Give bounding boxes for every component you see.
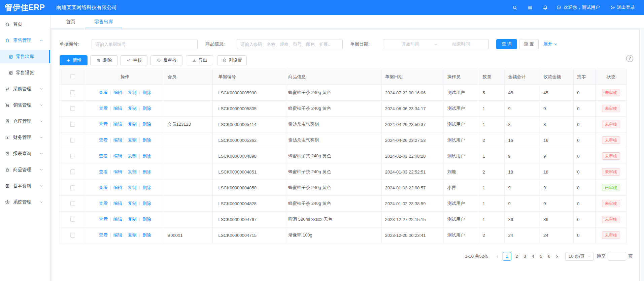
goods-info-input[interactable]	[237, 39, 343, 49]
sidebar: 首页零售管理零售出库零售退货采购管理销售管理仓库管理财务管理报表查询商品管理基本…	[0, 15, 50, 281]
sidebar-item-sales[interactable]: 销售管理	[0, 98, 50, 112]
prev-page-icon[interactable]	[494, 254, 501, 259]
page-number[interactable]: 5	[537, 252, 545, 261]
row-checkbox[interactable]	[70, 138, 75, 143]
action-link-3[interactable]: 删除	[142, 90, 151, 96]
sidebar-item-purchase[interactable]: 采购管理	[0, 82, 50, 96]
action-link-1[interactable]: 编辑	[113, 185, 122, 191]
cell-change: 0	[574, 164, 596, 180]
action-link-3[interactable]: 删除	[142, 232, 151, 238]
bell-icon[interactable]	[542, 5, 548, 10]
sidebar-item-home[interactable]: 首页	[0, 18, 50, 31]
row-checkbox[interactable]	[70, 185, 75, 190]
bank-icon[interactable]	[527, 5, 533, 10]
action-link-3[interactable]: 删除	[142, 185, 151, 191]
action-link-3[interactable]: 删除	[142, 153, 151, 159]
scrollbar-track[interactable]	[639, 28, 644, 281]
jump-page-input[interactable]	[608, 252, 626, 261]
page-number[interactable]: 3	[521, 252, 529, 261]
action-link-0[interactable]: 查看	[99, 105, 108, 112]
page-number[interactable]: 4	[529, 252, 537, 261]
row-checkbox[interactable]	[70, 90, 75, 95]
action-link-1[interactable]: 编辑	[113, 232, 122, 238]
action-link-2[interactable]: 复制	[128, 232, 137, 238]
action-link-2[interactable]: 复制	[128, 105, 137, 112]
date-end-placeholder[interactable]: 结束时间	[439, 41, 483, 47]
bill-no-input[interactable]	[92, 39, 198, 49]
row-checkbox[interactable]	[70, 169, 75, 174]
action-link-1[interactable]: 编辑	[113, 90, 122, 96]
action-link-0[interactable]: 查看	[99, 121, 108, 127]
page-number[interactable]: 6	[545, 252, 553, 261]
tab-零售出库[interactable]: 零售出库	[86, 15, 122, 28]
action-link-0[interactable]: 查看	[99, 216, 108, 222]
search-button[interactable]: 查 询	[496, 39, 517, 49]
reset-button[interactable]: 重 置	[519, 39, 539, 49]
sidebar-item-doc-3[interactable]: 零售退货	[0, 66, 50, 80]
warehouse-icon	[5, 119, 10, 124]
row-checkbox[interactable]	[70, 154, 75, 158]
page-size-select[interactable]: 10 条/页	[565, 252, 594, 261]
expand-toggle[interactable]: 展开	[543, 39, 557, 49]
action-link-0[interactable]: 查看	[99, 232, 108, 238]
sidebar-item-warehouse[interactable]: 仓库管理	[0, 115, 50, 128]
tab-首页[interactable]: 首页	[58, 15, 84, 28]
sidebar-item-report[interactable]: 报表查询	[0, 147, 50, 160]
action-link-3[interactable]: 删除	[142, 216, 151, 222]
row-checkbox[interactable]	[70, 233, 75, 238]
action-link-3[interactable]: 删除	[142, 169, 151, 175]
logout-button[interactable]: 退出登录	[610, 4, 635, 10]
action-link-3[interactable]: 删除	[142, 137, 151, 143]
action-link-0[interactable]: 查看	[99, 169, 108, 175]
action-link-2[interactable]: 复制	[128, 185, 137, 191]
action-link-2[interactable]: 复制	[128, 137, 137, 143]
date-range-input[interactable]: 开始时间 ~ 结束时间	[383, 39, 489, 49]
action-link-0[interactable]: 查看	[99, 200, 108, 207]
action-link-1[interactable]: 编辑	[113, 137, 122, 143]
search-icon[interactable]	[512, 5, 518, 10]
action-link-1[interactable]: 编辑	[113, 105, 122, 112]
action-link-3[interactable]: 删除	[142, 200, 151, 207]
page-current[interactable]: 1	[503, 252, 511, 261]
action-link-1[interactable]: 编辑	[113, 153, 122, 159]
audit-button[interactable]: 审核	[121, 55, 147, 65]
next-page-icon[interactable]	[553, 254, 561, 259]
action-link-1[interactable]: 编辑	[113, 216, 122, 222]
help-icon[interactable]: ?	[626, 55, 633, 62]
action-link-2[interactable]: 复制	[128, 121, 137, 127]
action-link-0[interactable]: 查看	[99, 153, 108, 159]
action-link-2[interactable]: 复制	[128, 169, 137, 175]
row-checkbox[interactable]	[70, 217, 75, 222]
sidebar-item-finance[interactable]: 财务管理	[0, 131, 50, 144]
action-link-2[interactable]: 复制	[128, 216, 137, 222]
action-link-1[interactable]: 编辑	[113, 200, 122, 207]
add-button[interactable]: 新增	[60, 55, 88, 65]
sidebar-item-basics[interactable]: 基本资料	[0, 179, 50, 193]
action-link-0[interactable]: 查看	[99, 137, 108, 143]
action-link-2[interactable]: 复制	[128, 153, 137, 159]
action-link-1[interactable]: 编辑	[113, 169, 122, 175]
action-link-0[interactable]: 查看	[99, 185, 108, 191]
row-checkbox[interactable]	[70, 106, 75, 111]
delete-button[interactable]: 删除	[90, 55, 118, 65]
action-link-0[interactable]: 查看	[99, 90, 108, 96]
welcome-user[interactable]: 欢迎您，测试用户	[556, 4, 600, 10]
sidebar-item-retail[interactable]: 零售管理	[0, 34, 50, 47]
action-link-2[interactable]: 复制	[128, 90, 137, 96]
sidebar-item-gear[interactable]: 系统管理	[0, 195, 50, 209]
column-settings-button[interactable]: 列设置	[217, 55, 247, 65]
row-checkbox[interactable]	[70, 201, 75, 206]
sidebar-item-doc-2[interactable]: 零售出库	[0, 50, 50, 63]
action-link-2[interactable]: 复制	[128, 200, 137, 207]
row-checkbox[interactable]	[70, 122, 75, 127]
action-link-3[interactable]: 删除	[142, 105, 151, 112]
action-link-3[interactable]: 删除	[142, 121, 151, 127]
unaudit-button[interactable]: 反审核	[150, 55, 182, 65]
select-all-checkbox[interactable]	[70, 74, 75, 79]
export-button[interactable]: 导出	[186, 55, 213, 65]
action-separator	[139, 233, 140, 238]
action-link-1[interactable]: 编辑	[113, 121, 122, 127]
sidebar-item-goods[interactable]: 商品管理	[0, 163, 50, 177]
page-number[interactable]: 2	[513, 252, 521, 261]
date-start-placeholder[interactable]: 开始时间	[389, 41, 433, 47]
